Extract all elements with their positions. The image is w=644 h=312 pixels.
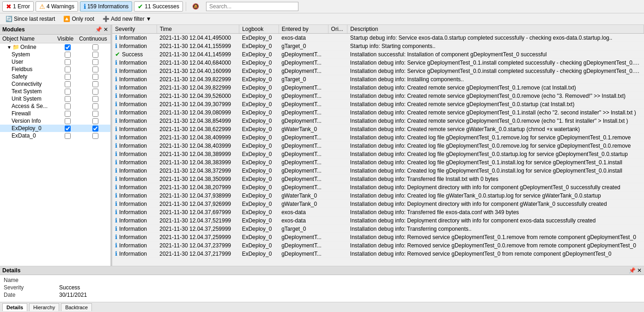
table-row[interactable]: ℹInformation2021-11-30 12.04.37,237999Ex… — [112, 241, 644, 250]
table-row[interactable]: ℹInformation2021-11-30 12.04.37,217999Ex… — [112, 250, 644, 258]
table-row[interactable]: ℹInformation2021-11-30 12.04.40,160999Ex… — [112, 67, 644, 75]
table-row[interactable]: ℹInformation2021-11-30 12.04.39,822999Ex… — [112, 75, 644, 84]
visible-checkbox[interactable] — [65, 81, 71, 87]
table-row[interactable]: ℹInformation2021-11-30 12.04.38,207999Ex… — [112, 183, 644, 192]
visible-checkbox[interactable] — [65, 59, 71, 65]
sidebar-item-unit-system[interactable]: Unit System — [0, 95, 110, 102]
visible-checkbox[interactable] — [65, 66, 71, 72]
disabled-icon-btn[interactable]: 🔕 — [189, 2, 202, 11]
only-root-button[interactable]: 🔼 Only root — [60, 14, 97, 24]
sidebar-item-system[interactable]: System — [0, 51, 110, 58]
pin-details-icon[interactable]: 📌 — [629, 267, 636, 274]
visible-checkbox[interactable] — [65, 96, 71, 102]
table-row[interactable]: ℹInformation2021-11-30 12.04.38,389999Ex… — [112, 150, 644, 158]
sidebar-item-label: ExData_0 — [0, 132, 55, 139]
table-row[interactable]: ℹInformation2021-11-30 12.04.40,684000Ex… — [112, 59, 644, 67]
table-row[interactable]: ℹInformation2021-11-30 12.04.38,383999Ex… — [112, 158, 644, 167]
visible-checkbox[interactable] — [65, 111, 71, 117]
col-desc[interactable]: Description — [347, 25, 644, 34]
sidebar-item-access---se---[interactable]: Access & Se... — [0, 102, 110, 110]
table-row[interactable]: ℹInformation2021-11-30 12.04.39,822999Ex… — [112, 84, 644, 92]
table-row[interactable]: ℹInformation2021-11-30 12.04.37,521999Ex… — [112, 216, 644, 225]
info-button[interactable]: ℹ 159 Informations — [80, 1, 132, 12]
cell-logbook: ExDeploy_0 — [239, 133, 279, 142]
continuous-checkbox-wrap — [80, 52, 110, 58]
cell-description: Installation debug info: Transferred fil… — [347, 175, 644, 183]
table-row[interactable]: ℹInformation2021-11-30 12.04.37,938999Ex… — [112, 192, 644, 200]
continuous-checkbox[interactable] — [92, 44, 98, 50]
table-row[interactable]: ℹInformation2021-11-30 12.04.38,622999Ex… — [112, 125, 644, 133]
table-row[interactable]: ℹInformation2021-11-30 12.04.37,926999Ex… — [112, 200, 644, 208]
col-ori[interactable]: Ori... — [328, 25, 347, 34]
details-field-value: Success — [59, 284, 640, 291]
table-row[interactable]: ℹInformation2021-11-30 12.04.38,403999Ex… — [112, 142, 644, 150]
visible-checkbox-wrap — [55, 118, 80, 124]
details-tab-details[interactable]: Details — [2, 303, 27, 311]
close-sidebar-icon[interactable]: ✕ — [103, 26, 108, 33]
visible-checkbox[interactable] — [65, 74, 71, 80]
table-row[interactable]: ℹInformation2021-11-30 12.04.38,372999Ex… — [112, 167, 644, 175]
cell-severity: ℹInformation — [112, 233, 157, 241]
details-tab-backtrace[interactable]: Backtrace — [61, 303, 92, 311]
pin-icon[interactable]: 📌 — [95, 26, 102, 33]
table-row[interactable]: ℹInformation2021-11-30 12.04.41,495000Ex… — [112, 34, 644, 42]
table-row[interactable]: ℹInformation2021-11-30 12.04.37,259999Ex… — [112, 233, 644, 241]
cell-description: Installation debug info: Created log fil… — [347, 150, 644, 158]
table-row[interactable]: ℹInformation2021-11-30 12.04.38,409999Ex… — [112, 133, 644, 142]
table-row[interactable]: ℹInformation2021-11-30 12.04.39,307999Ex… — [112, 100, 644, 108]
visible-checkbox[interactable] — [65, 118, 71, 124]
sidebar-item-fieldbus[interactable]: Fieldbus — [0, 66, 110, 73]
continuous-checkbox[interactable] — [92, 111, 98, 117]
continuous-checkbox[interactable] — [92, 81, 98, 87]
cell-ori — [328, 59, 347, 67]
sidebar-item-version-info[interactable]: Version Info — [0, 117, 110, 125]
sidebar-item-text-system[interactable]: Text System — [0, 88, 110, 95]
details-tab-hierarchy[interactable]: Hierarchy — [29, 303, 59, 311]
continuous-checkbox[interactable] — [92, 103, 98, 109]
continuous-checkbox[interactable] — [92, 66, 98, 72]
cell-logbook: ExDeploy_0 — [239, 50, 279, 59]
sidebar-item-connectivity[interactable]: Connectivity — [0, 80, 110, 88]
col-enteredby[interactable]: Entered by — [279, 25, 328, 34]
continuous-checkbox[interactable] — [92, 96, 98, 102]
sidebar-item-firewall[interactable]: Firewall — [0, 110, 110, 117]
warning-button[interactable]: ⚠ 4 Warnings — [36, 1, 78, 12]
add-filter-button[interactable]: ➕ Add new filter ▼ — [99, 14, 155, 24]
cell-description: Installation debug info: Created remote … — [347, 108, 644, 117]
col-logbook[interactable]: Logbook — [239, 25, 279, 34]
continuous-checkbox[interactable] — [92, 126, 98, 132]
visible-checkbox[interactable] — [65, 103, 71, 109]
continuous-checkbox[interactable] — [92, 118, 98, 124]
cell-severity: ℹInformation — [112, 183, 157, 192]
visible-checkbox[interactable] — [65, 89, 71, 95]
continuous-checkbox[interactable] — [92, 133, 98, 139]
continuous-checkbox[interactable] — [92, 52, 98, 58]
sidebar-item-exdeploy-0[interactable]: ExDeploy_0 — [0, 125, 110, 132]
table-row[interactable]: ℹInformation2021-11-30 12.04.38,854999Ex… — [112, 117, 644, 125]
search-input[interactable] — [209, 3, 295, 10]
visible-checkbox[interactable] — [65, 44, 71, 50]
visible-checkbox[interactable] — [65, 126, 71, 132]
sidebar-item-user[interactable]: User — [0, 58, 110, 66]
table-row[interactable]: ℹInformation2021-11-30 12.04.41,155999Ex… — [112, 42, 644, 50]
continuous-checkbox[interactable] — [92, 74, 98, 80]
visible-checkbox[interactable] — [65, 52, 71, 58]
error-button[interactable]: ✖ 1 Error — [2, 1, 34, 12]
success-button[interactable]: ✔ 11 Successes — [134, 1, 183, 12]
col-severity[interactable]: Severity — [112, 25, 157, 34]
table-row[interactable]: ℹInformation2021-11-30 12.04.38,350999Ex… — [112, 175, 644, 183]
since-last-restart-button[interactable]: 🔄 Since last restart — [2, 14, 58, 24]
table-row[interactable]: ℹInformation2021-11-30 12.04.37,697999Ex… — [112, 208, 644, 216]
table-row[interactable]: ℹInformation2021-11-30 12.04.39,526000Ex… — [112, 92, 644, 100]
continuous-checkbox[interactable] — [92, 59, 98, 65]
sidebar-item-exdata-0[interactable]: ExData_0 — [0, 132, 110, 139]
sidebar-item-online[interactable]: ▼📁Online — [0, 43, 110, 51]
sidebar-item-safety[interactable]: Safety — [0, 73, 110, 80]
table-row[interactable]: ℹInformation2021-11-30 12.04.37,259999Ex… — [112, 225, 644, 233]
visible-checkbox[interactable] — [65, 133, 71, 139]
close-details-icon[interactable]: ✕ — [637, 267, 642, 274]
col-time[interactable]: Time — [157, 25, 239, 34]
table-row[interactable]: ✔Success2021-11-30 12.04.41,145999ExDepl… — [112, 50, 644, 59]
continuous-checkbox[interactable] — [92, 89, 98, 95]
table-row[interactable]: ℹInformation2021-11-30 12.04.39,080999Ex… — [112, 108, 644, 117]
